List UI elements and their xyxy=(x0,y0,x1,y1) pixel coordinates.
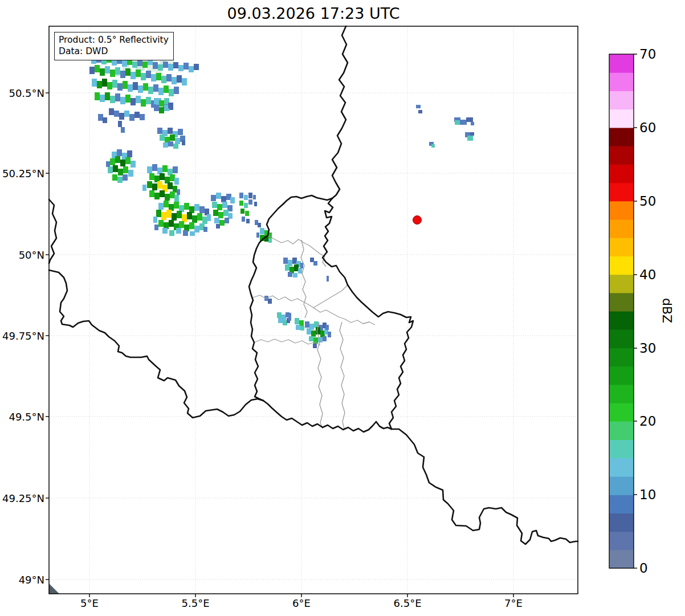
radar-echo-cell xyxy=(125,68,131,76)
district-border-path xyxy=(301,240,307,318)
radar-echo-cell xyxy=(118,121,122,127)
radar-echo-cell xyxy=(131,98,136,105)
colorbar-band xyxy=(609,329,634,348)
colorbar-band xyxy=(609,348,634,366)
radar-echo-cell xyxy=(153,84,158,92)
radar-echo-cell xyxy=(260,228,264,234)
colorbar-band xyxy=(609,403,634,422)
national-border-path xyxy=(392,429,578,544)
radar-echo-cell xyxy=(110,96,115,103)
colorbar-band xyxy=(609,440,634,459)
radar-echo-cell xyxy=(100,68,105,76)
radar-echo-cell xyxy=(117,177,123,183)
radar-echo-cell xyxy=(256,232,259,238)
radar-echo-cell xyxy=(149,173,154,180)
radar-echo-cell xyxy=(170,174,175,181)
radar-echo-cell xyxy=(151,74,156,81)
national-border-path xyxy=(49,199,56,263)
radar-echo-cell xyxy=(240,209,244,214)
radar-echo-cell xyxy=(194,204,199,211)
radar-echo-cell xyxy=(268,238,272,243)
radar-echo-cell xyxy=(129,114,134,121)
y-tick-label: 50°N xyxy=(0,249,44,261)
radar-echo-cell xyxy=(121,127,125,133)
radar-echo-cell xyxy=(147,181,152,188)
radar-echo-cell xyxy=(418,110,422,113)
radar-echo-cell xyxy=(183,230,188,236)
colorbar-band xyxy=(609,476,634,495)
radar-echo-cell xyxy=(141,99,146,107)
radar-echo-cell xyxy=(207,214,211,221)
radar-echo-cell xyxy=(300,263,303,268)
radar-echo-cell xyxy=(160,173,165,180)
radar-echo-cell xyxy=(177,211,182,218)
radar-echo-cell xyxy=(133,82,138,90)
radar-echo-cell xyxy=(254,202,257,206)
radar-echo-cell xyxy=(123,166,128,173)
x-tick-label: 6°E xyxy=(292,597,311,609)
radar-echo-cell xyxy=(157,181,162,189)
radar-echo-cell xyxy=(166,74,172,81)
radar-echo-cell xyxy=(154,98,159,104)
radar-echo-cell xyxy=(118,169,123,176)
radar-echo-cell xyxy=(168,182,173,189)
radar-echo-cell xyxy=(460,120,467,125)
radar-echo-cell xyxy=(98,114,103,121)
radar-echo-cell xyxy=(115,156,120,163)
radar-echo-cell xyxy=(172,77,177,84)
radar-echo-cell xyxy=(278,318,283,323)
radar-echo-cell xyxy=(223,210,229,216)
colorbar-band xyxy=(609,54,634,73)
radar-echo-cell xyxy=(174,195,179,202)
radar-echo-cell xyxy=(149,190,154,197)
radar-echo-cell xyxy=(100,95,105,102)
radar-echo-cell xyxy=(136,70,141,77)
radar-echo-cell xyxy=(310,258,314,262)
radar-echo-cell xyxy=(182,78,187,85)
radar-echo-cell xyxy=(239,193,243,198)
radar-echo-cell xyxy=(161,76,166,83)
product-info-line1: Product: 0.5° Reflectivity xyxy=(59,34,169,46)
radar-echo-cell xyxy=(177,75,182,83)
radar-echo-cell xyxy=(163,62,168,68)
radar-echo-cell xyxy=(471,122,474,125)
colorbar-tick-label: 40 xyxy=(639,267,656,282)
colorbar-band xyxy=(609,421,634,440)
radar-echo-cell xyxy=(125,157,131,164)
radar-echo-cell xyxy=(173,62,178,68)
radar-echo-cell xyxy=(294,264,299,271)
radar-echo-cell xyxy=(158,203,164,210)
radar-echo-cell xyxy=(190,231,195,236)
colorbar-band xyxy=(609,128,634,146)
radar-echo-cell xyxy=(213,210,218,216)
radar-echo-cell xyxy=(313,344,317,348)
radar-echo-cell xyxy=(221,196,226,202)
radar-echo-cell xyxy=(192,215,197,223)
radar-echo-cell xyxy=(154,193,160,199)
radar-echo-cell xyxy=(288,313,291,321)
colorbar-band xyxy=(609,366,634,385)
x-tick-label: 6.5°E xyxy=(394,597,422,609)
radar-echo-cell xyxy=(178,129,183,135)
radar-echo-cell xyxy=(217,204,222,210)
radar-echo-cell xyxy=(105,66,110,74)
radar-echo-cell xyxy=(218,212,223,218)
radar-echo-cell xyxy=(174,178,179,185)
radar-echo-cell xyxy=(245,211,249,216)
radar-echo-cell xyxy=(187,212,192,219)
radar-echo-cell xyxy=(189,66,194,72)
national-border-path xyxy=(49,270,263,418)
radar-echo-cell xyxy=(110,70,115,77)
radar-echo-cell xyxy=(327,276,329,282)
colorbar-band xyxy=(609,91,634,109)
x-tick-label: 7°E xyxy=(504,597,523,609)
radar-echo-cell xyxy=(143,83,148,91)
colorbar-band xyxy=(609,293,634,312)
product-info-box: Product: 0.5° Reflectivity Data: DWD xyxy=(54,32,174,60)
colorbar-axis-title: dBZ xyxy=(660,298,674,323)
radar-echo-cell xyxy=(283,258,288,264)
radar-echo-cell xyxy=(109,108,114,115)
radar-echo-cell xyxy=(152,164,157,171)
radar-echo-cell xyxy=(102,79,107,87)
radar-echo-cell xyxy=(146,71,151,78)
